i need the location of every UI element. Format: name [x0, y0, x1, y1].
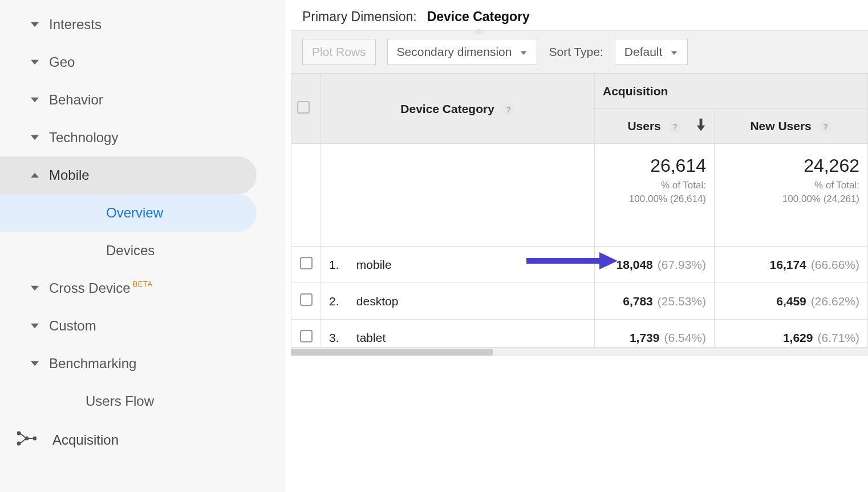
sidebar-item-custom[interactable]: Custom [0, 307, 285, 345]
sidebar-item-label: Devices [106, 243, 155, 259]
sidebar-item-label: Behavior [49, 92, 103, 108]
sort-desc-icon [696, 119, 706, 134]
row-checkbox[interactable] [300, 330, 313, 342]
sidebar-item-label: Technology [49, 130, 118, 146]
plot-rows-button: Plot Rows [302, 39, 376, 65]
help-icon[interactable]: ? [820, 120, 832, 133]
new-users-cell: 16,174(66.66%) [715, 247, 868, 283]
sidebar-item-devices[interactable]: Devices [0, 232, 285, 269]
users-cell: 6,783(25.53%) [595, 283, 715, 320]
sidebar-item-label: Users Flow [86, 393, 154, 409]
primary-dimension-row: Primary Dimension: Device Category [291, 0, 868, 31]
column-checkbox-header [291, 74, 321, 144]
svg-point-3 [34, 437, 36, 440]
caret-up-icon [21, 171, 49, 179]
svg-point-0 [18, 432, 21, 435]
svg-rect-4 [526, 258, 602, 264]
data-table-wrap: Device Category ? Acquisition Users ? Ne… [291, 74, 868, 356]
sort-type-dropdown[interactable]: Default [615, 39, 688, 65]
caret-down-icon [21, 360, 49, 368]
sidebar-item-label: Custom [49, 318, 96, 334]
sidebar-item-label: Geo [49, 54, 75, 70]
horizontal-scrollbar[interactable] [291, 347, 868, 356]
caret-down-icon [21, 134, 49, 142]
tab-pointer-icon [473, 28, 484, 34]
sidebar-item-label: Mobile [49, 167, 90, 183]
summary-users: 26,614 % of Total:100.00% (26,614) [595, 144, 715, 247]
sidebar-item-mobile[interactable]: Mobile [0, 156, 257, 194]
select-all-checkbox[interactable] [297, 101, 310, 114]
sidebar-section-label: Acquisition [52, 432, 119, 448]
sidebar-item-label: Cross Device [49, 280, 131, 296]
caret-down-icon [21, 58, 49, 66]
caret-down-icon [21, 284, 49, 292]
sidebar-item-technology[interactable]: Technology [0, 119, 285, 156]
secondary-dimension-label: Secondary dimension [397, 45, 512, 59]
sidebar: Interests Geo Behavior Technology Mobile… [0, 0, 285, 492]
beta-badge: BETA [133, 280, 153, 288]
caret-down-icon [21, 96, 49, 104]
dimension-cell[interactable]: 1. mobile [321, 247, 595, 283]
sidebar-item-geo[interactable]: Geo [0, 43, 285, 81]
table-row: 1. mobile 18,048(67.93%) 16,174(66.66%) [291, 247, 868, 283]
row-checkbox[interactable] [300, 293, 313, 306]
sidebar-item-label: Benchmarking [49, 356, 136, 372]
primary-dimension-value[interactable]: Device Category [427, 9, 530, 25]
sort-type-value: Default [624, 45, 663, 59]
new-users-cell: 6,459(26.62%) [715, 283, 868, 320]
sidebar-item-behavior[interactable]: Behavior [0, 81, 285, 119]
sidebar-item-users-flow[interactable]: Users Flow [0, 382, 285, 420]
column-new-users-header[interactable]: New Users ? [715, 109, 868, 144]
caret-down-icon [520, 45, 528, 59]
secondary-dimension-dropdown[interactable]: Secondary dimension [387, 39, 538, 65]
table-row: 2. desktop 6,783(25.53%) 6,459(26.62%) [291, 283, 868, 320]
caret-down-icon [670, 45, 678, 59]
data-table: Device Category ? Acquisition Users ? Ne… [291, 74, 868, 356]
scrollbar-thumb[interactable] [291, 349, 493, 356]
caret-down-icon [21, 322, 49, 330]
sidebar-section-acquisition[interactable]: Acquisition [0, 420, 285, 460]
row-checkbox[interactable] [300, 257, 313, 269]
main-content: Primary Dimension: Device Category Plot … [291, 0, 868, 492]
table-toolbar: Plot Rows Secondary dimension Sort Type:… [291, 31, 868, 74]
acquisition-icon [17, 431, 36, 449]
sidebar-item-interests[interactable]: Interests [0, 6, 285, 43]
users-cell: 18,048(67.93%) [595, 247, 715, 283]
svg-point-1 [18, 442, 21, 445]
sidebar-item-label: Overview [106, 205, 163, 221]
column-group-acquisition: Acquisition [595, 74, 868, 109]
column-dimension-header[interactable]: Device Category ? [321, 74, 595, 144]
sidebar-item-label: Interests [49, 17, 102, 33]
sidebar-item-cross-device[interactable]: Cross Device BETA [0, 269, 285, 307]
caret-down-icon [21, 21, 49, 29]
sidebar-item-overview[interactable]: Overview [0, 194, 257, 232]
sidebar-item-benchmarking[interactable]: Benchmarking [0, 345, 285, 382]
column-users-header[interactable]: Users ? [595, 109, 715, 144]
primary-dimension-label: Primary Dimension: [302, 9, 417, 25]
summary-new-users: 24,262 % of Total:100.00% (24,261) [715, 144, 868, 247]
help-icon[interactable]: ? [669, 120, 682, 133]
help-icon[interactable]: ? [502, 103, 515, 116]
sort-type-label: Sort Type: [549, 45, 603, 59]
table-summary-row: 26,614 % of Total:100.00% (26,614) 24,26… [291, 144, 868, 247]
dimension-cell[interactable]: 2. desktop [321, 283, 595, 320]
